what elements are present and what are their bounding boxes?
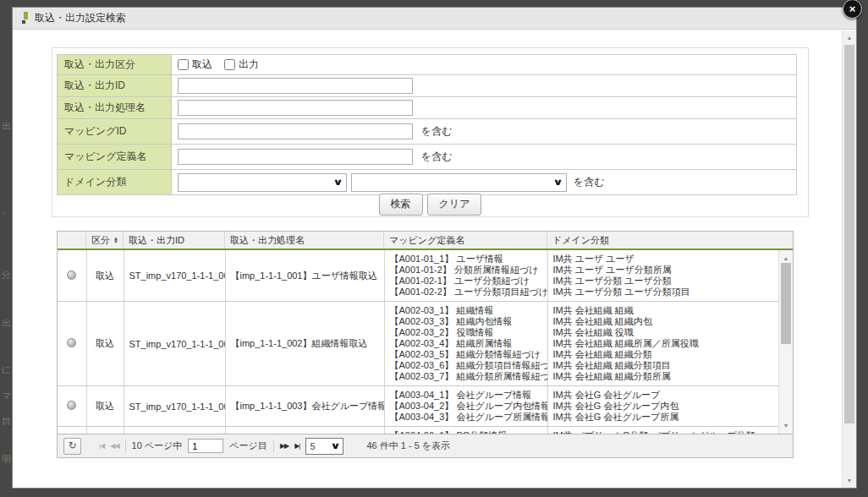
domain-category-select-1[interactable]: ∨: [178, 173, 347, 192]
page-size-select[interactable]: 5 ∨: [305, 438, 343, 455]
result-count-label: 46 件中 1 - 5 を表示: [366, 440, 450, 452]
mapping-name-input[interactable]: [178, 149, 413, 165]
chevron-down-icon: ∨: [552, 177, 563, 188]
field-label: ドメイン分類: [58, 170, 172, 194]
checkbox-export-label: 出力: [239, 57, 259, 72]
page-suffix-label: ページ目: [229, 440, 267, 452]
divider: [273, 440, 274, 452]
header-id: 取込・出力ID: [124, 232, 225, 248]
cell-process: 【imp_1-1-1_003】会社グループ情報取込: [225, 386, 384, 427]
results-table-body: 取込 ST_imp_v170_1-1-1_001 【imp_1-1-1_001】…: [58, 250, 778, 434]
cell-domains: IM共 会社組織 組織 IM共 会社組織 組織内包 IM共 会社組織 役職 IM…: [547, 302, 778, 386]
chevron-down-icon: ∨: [332, 177, 343, 188]
backdrop-text-fragment: *: [2, 210, 5, 220]
form-buttons: 検索 クリア: [52, 194, 808, 216]
cell-kubun: 取込: [86, 250, 124, 302]
divider: [125, 440, 126, 452]
header-select-col: [58, 232, 86, 248]
cell-id: ST_imp_v170_1-1-1_001: [124, 250, 225, 302]
scroll-down-icon[interactable]: ▼: [843, 474, 856, 487]
cell-process: [225, 427, 384, 434]
cell-id: [124, 427, 225, 434]
refresh-button[interactable]: ↻: [63, 438, 81, 455]
search-button[interactable]: 検索: [379, 194, 423, 216]
export-checkbox[interactable]: [224, 59, 235, 70]
field-label: マッピングID: [58, 119, 172, 144]
form-row-id: 取込・出力ID: [58, 75, 796, 97]
clear-button[interactable]: クリア: [427, 194, 482, 216]
scroll-up-icon[interactable]: ▲: [843, 31, 856, 44]
backdrop-text-fragment: 分: [2, 269, 11, 281]
form-row-domain-category: ドメイン分類 ∨ ∨ を含む: [58, 170, 796, 195]
backdrop-text-fragment: マ: [2, 390, 11, 402]
field-label: 取込・出力ID: [58, 75, 172, 96]
title-bullet-icon: [22, 12, 28, 25]
table-row[interactable]: 【A004-06_1】 PG分類情報 【A004-06_2】 PG分類項目情報 …: [58, 427, 778, 434]
checkbox-import-label: 取込: [192, 57, 212, 72]
field-label: 取込・出力処理名: [58, 97, 172, 118]
search-form: 取込・出力区分 取込 出力 取込・出力ID: [57, 54, 797, 195]
backdrop-text-fragment: 明: [2, 453, 11, 466]
cell-process: 【imp_1-1-1_001】ユーザ情報取込: [225, 250, 384, 302]
total-pages-label: 10 ページ中: [132, 440, 183, 452]
chevron-down-icon: ∨: [331, 440, 342, 451]
backdrop-text-fragment: に: [2, 363, 11, 376]
close-button[interactable]: ×: [843, 0, 862, 19]
search-dialog: 取込・出力設定検索 取込・出力区分 取込 出力: [12, 7, 857, 489]
table-scrollbar-thumb[interactable]: [781, 263, 791, 344]
checkbox-export[interactable]: 出力: [224, 57, 259, 72]
search-form-panel: 取込・出力区分 取込 出力 取込・出力ID: [52, 47, 809, 217]
cell-domains: IM共 パブリックG分類 パブリックグループ分類 IM共 パブリックG分類 パブ…: [547, 427, 778, 434]
domain-category-select-2[interactable]: ∨: [351, 173, 567, 192]
contains-label: を含む: [574, 175, 605, 189]
header-domain: ドメイン分類: [547, 232, 793, 248]
cell-mappings: 【A003-04_1】 会社グループ情報 【A003-04_2】 会社グループ内…: [384, 386, 547, 427]
cell-process: 【imp_1-1-1_002】組織情報取込: [225, 302, 384, 386]
contains-label: を含む: [421, 150, 453, 164]
results-table: 区分 ▲▼ 取込・出力ID 取込・出力処理名 マッピング定義名 ドメイン分類: [57, 231, 794, 434]
import-checkbox[interactable]: [178, 59, 189, 70]
scroll-down-icon[interactable]: ▼: [779, 419, 793, 432]
contains-label: を含む: [421, 124, 453, 139]
row-select-icon[interactable]: [67, 401, 76, 410]
row-select-icon[interactable]: [67, 270, 76, 280]
backdrop-text-fragment: 出: [2, 120, 11, 133]
form-row-mapping-id: マッピングID を含む: [58, 119, 796, 145]
form-row-mapping-name: マッピング定義名 を含む: [58, 145, 796, 170]
dialog-scrollbar[interactable]: ▲ ▼: [842, 30, 856, 488]
cell-mappings: 【A002-03_1】 組織情報 【A002-03_3】 組織内包情報 【A00…: [384, 302, 547, 386]
table-row[interactable]: 取込 ST_imp_v170_1-1-1_001 【imp_1-1-1_001】…: [58, 250, 778, 302]
cell-domains: IM共 会社G 会社グループ IM共 会社G 会社グループ内包 IM共 会社G …: [547, 386, 778, 427]
first-page-icon[interactable]: |◀: [99, 442, 104, 450]
cell-kubun: 取込: [86, 386, 124, 427]
last-page-icon[interactable]: ▶|: [294, 442, 299, 450]
form-row-process-name: 取込・出力処理名: [58, 97, 796, 119]
checkbox-import[interactable]: 取込: [178, 57, 212, 72]
field-label: 取込・出力区分: [58, 55, 172, 74]
sort-icon[interactable]: ▲▼: [113, 237, 118, 243]
pagination-bar: ↻ |◀ ◀◀ 10 ページ中 ページ目 ▶▶ ▶| 5 ∨ 46 件中 1 -…: [57, 434, 794, 458]
dialog-title: 取込・出力設定検索: [35, 11, 126, 25]
import-export-id-input[interactable]: [178, 78, 413, 94]
cell-domains: IM共 ユーザ ユーザ IM共 ユーザ ユーザ分類所属 IM共 ユーザ分類 ユー…: [547, 250, 778, 302]
dialog-scrollbar-thumb[interactable]: [844, 45, 854, 423]
header-process: 取込・出力処理名: [225, 232, 384, 248]
page-size-value: 5: [310, 441, 315, 451]
header-kubun[interactable]: 区分 ▲▼: [86, 232, 124, 248]
backdrop-text-fragment: 目: [2, 415, 11, 428]
cell-mappings: 【A004-06_1】 PG分類情報 【A004-06_2】 PG分類項目情報: [384, 427, 547, 434]
table-row[interactable]: 取込 ST_imp_v170_1-1-1_003 【imp_1-1-1_003】…: [58, 386, 778, 427]
next-page-icon[interactable]: ▶▶: [280, 442, 288, 450]
mapping-id-input[interactable]: [178, 123, 413, 139]
table-scrollbar[interactable]: ▲ ▼: [778, 250, 793, 434]
cell-kubun: [86, 427, 124, 434]
header-mapping: マッピング定義名: [384, 232, 547, 248]
table-row[interactable]: 取込 ST_imp_v170_1-1-1_002 【imp_1-1-1_002】…: [58, 302, 778, 386]
page-number-input[interactable]: [188, 439, 223, 453]
cell-mappings: 【A001-01_1】 ユーザ情報 【A001-01-2】 分類所属情報紐づけ …: [384, 250, 547, 302]
row-select-icon[interactable]: [67, 338, 76, 347]
field-label: マッピング定義名: [58, 145, 172, 169]
cell-kubun: 取込: [86, 302, 124, 386]
prev-page-icon[interactable]: ◀◀: [110, 442, 118, 450]
process-name-input[interactable]: [178, 100, 413, 116]
